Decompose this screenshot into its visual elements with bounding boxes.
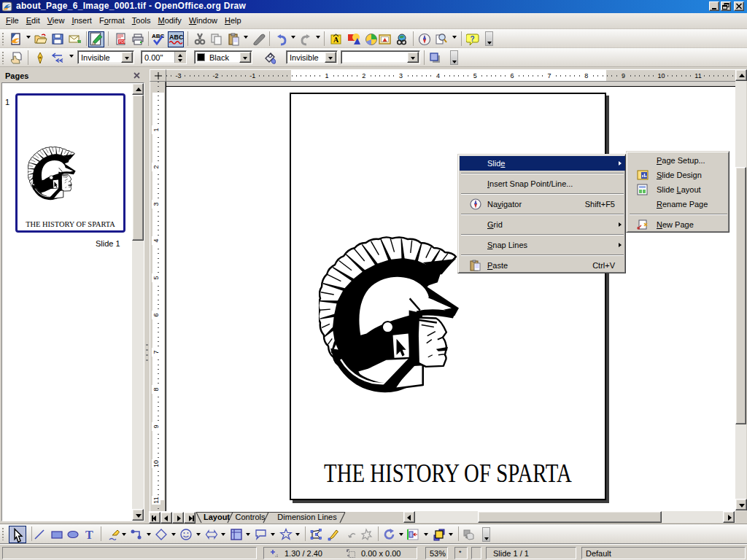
svg-text:ABC: ABC	[169, 34, 183, 41]
svg-text:A: A	[333, 36, 339, 44]
svg-text:T: T	[85, 529, 93, 541]
svg-text:PDF: PDF	[119, 39, 126, 44]
svg-text:?: ?	[471, 35, 475, 43]
